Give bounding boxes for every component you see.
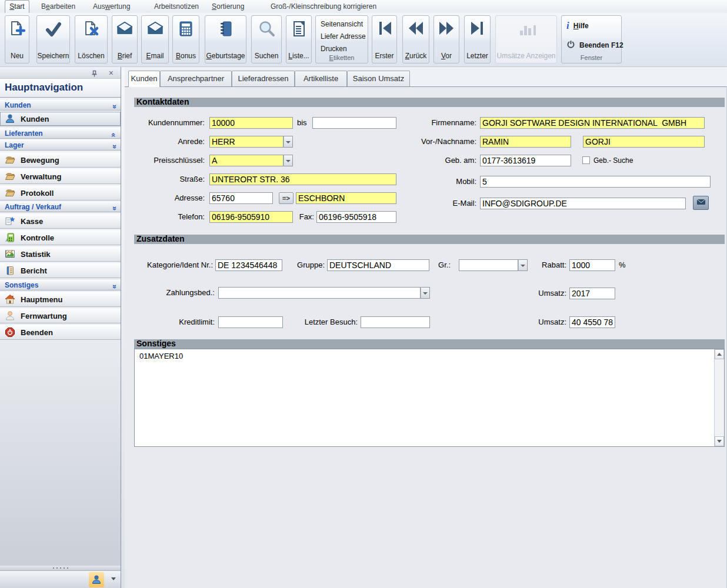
geb-am-input[interactable]	[480, 155, 571, 166]
vorname-input[interactable]	[480, 136, 571, 148]
menu-bearbeiten[interactable]: Bearbeiten	[41, 0, 75, 13]
ort-input[interactable]	[296, 192, 396, 204]
vor-button[interactable]: Vor	[433, 15, 459, 64]
sidebar-item-bewegung[interactable]: Bewegung	[0, 152, 121, 168]
tab-ansprechpartner[interactable]: Ansprechpartner	[160, 71, 232, 86]
neu-button[interactable]: Neu	[5, 15, 29, 64]
umsatz-jahr-input[interactable]	[569, 288, 615, 299]
kunden-shortcut-button[interactable]	[89, 572, 104, 587]
letzter-button[interactable]: Letzter	[464, 15, 491, 64]
zahlungsbed-combo[interactable]	[218, 287, 421, 299]
menu-bar: Start Bearbeiten Auswertung Arbeitsnotiz…	[0, 0, 727, 14]
umsatz-betrag-input[interactable]	[569, 316, 615, 328]
gr-combo[interactable]	[459, 259, 518, 271]
nachname-input[interactable]	[583, 136, 705, 148]
memo-scrollbar[interactable]	[714, 349, 724, 446]
brief-button[interactable]: Brief	[112, 15, 138, 64]
sidebar-splitter[interactable]	[0, 566, 121, 570]
mobil-label: Mobil:	[406, 176, 476, 188]
letzter-besuch-label: Letzter Besuch:	[294, 316, 358, 328]
tab-lieferadressen[interactable]: Lieferadressen	[232, 71, 295, 86]
sidebar-item-hauptmenu[interactable]: Hauptmenu	[0, 292, 121, 307]
firmenname-label: Firmenname:	[406, 117, 476, 129]
scroll-up-button[interactable]	[715, 349, 724, 359]
zurueck-button[interactable]: Zurück	[402, 15, 429, 64]
geb-suche-label: Geb.- Suche	[593, 156, 633, 165]
suchen-button[interactable]: Suchen	[251, 15, 282, 64]
menu-gross-klein[interactable]: Groß-/Kleinschreibung korrigieren	[271, 0, 376, 13]
anrede-dropdown-arrow[interactable]	[284, 136, 293, 148]
sidebar-section-lieferanten[interactable]: Lieferanten «	[0, 128, 121, 139]
person-blue-icon	[5, 113, 15, 124]
sidebar-section-lager[interactable]: Lager «	[0, 140, 121, 151]
close-icon[interactable]: ×	[109, 67, 114, 79]
kundennummer-bis-input[interactable]	[312, 117, 396, 129]
send-email-button[interactable]	[693, 196, 709, 210]
sidebar-item-beenden[interactable]: Beenden	[0, 325, 121, 340]
geburtstage-button[interactable]: Geburtstage	[205, 15, 246, 64]
telefon-input[interactable]	[209, 211, 293, 223]
chevron-down-icon[interactable]	[111, 577, 116, 580]
drag-handle-dots	[53, 567, 54, 569]
power-red-icon	[5, 327, 15, 338]
erster-button[interactable]: Erster	[372, 15, 397, 64]
sidebar-item-fernwartung[interactable]: Fernwartung	[0, 308, 121, 323]
firmenname-input[interactable]	[480, 117, 705, 129]
plz-zu-ort-button[interactable]: =>	[279, 192, 294, 204]
first-record-icon	[376, 20, 393, 39]
gruppe-input[interactable]	[327, 259, 429, 271]
letzter-besuch-input[interactable]	[361, 316, 430, 328]
plz-input[interactable]	[209, 192, 273, 204]
email-button[interactable]: Email	[141, 15, 169, 64]
gr-dropdown-arrow[interactable]	[518, 259, 528, 271]
envelope-icon	[146, 20, 164, 39]
preisschluessel-combo[interactable]	[209, 155, 284, 166]
geb-suche-checkbox[interactable]	[582, 156, 590, 164]
kreditlimit-input[interactable]	[218, 316, 283, 328]
sidebar-item-statistik[interactable]: Statistik	[0, 246, 121, 262]
previous-record-icon	[407, 20, 425, 39]
chevron-up-icon: «	[109, 206, 119, 211]
sheet-star-icon	[5, 216, 15, 226]
sidebar-item-kunden[interactable]: Kunden	[0, 111, 121, 126]
kundennummer-input[interactable]	[209, 117, 293, 129]
tab-artikelliste[interactable]: Artikelliste	[295, 71, 347, 86]
sonstiges-textarea[interactable]: 01MAYER10	[134, 349, 725, 447]
sidebar-item-verwaltung[interactable]: Verwaltung	[0, 169, 121, 184]
sidebar-item-bericht[interactable]: Bericht	[0, 263, 121, 278]
sidebar-section-auftrag-verkauf[interactable]: Auftrag / Verkauf «	[0, 202, 121, 212]
sidebar-section-sonstiges[interactable]: Sonstiges «	[0, 280, 121, 290]
sidebar-section-kunden[interactable]: Kunden «	[0, 100, 121, 111]
sidebar-item-kontrolle[interactable]: Kontrolle	[0, 230, 121, 245]
anrede-combo[interactable]	[209, 136, 284, 148]
preisschluessel-dropdown-arrow[interactable]	[284, 155, 293, 166]
chart-icon	[5, 249, 15, 259]
menu-start[interactable]: Start	[5, 0, 29, 13]
rabatt-input[interactable]	[569, 259, 615, 271]
menu-arbeitsnotizen[interactable]: Arbeitsnotizen	[154, 0, 199, 13]
menu-auswertung[interactable]: Auswertung	[93, 0, 130, 13]
seitenansicht-button[interactable]: Seitenansicht	[321, 20, 363, 28]
scroll-down-button[interactable]	[715, 436, 724, 446]
liefer-adresse-button[interactable]: Liefer Adresse	[321, 32, 366, 41]
fax-input[interactable]	[316, 211, 396, 223]
strasse-input[interactable]	[209, 173, 396, 185]
loeschen-button[interactable]: Löschen	[75, 15, 108, 64]
sidebar-item-kasse[interactable]: Kasse	[0, 213, 121, 229]
menu-sortierung[interactable]: Sortierung	[212, 0, 244, 13]
zahlungsbed-dropdown-arrow[interactable]	[421, 287, 430, 299]
beenden-f12-button[interactable]: Beenden F12	[566, 39, 623, 51]
bonus-button[interactable]: Bonus	[172, 15, 199, 64]
email-input[interactable]	[480, 198, 686, 209]
mobil-input[interactable]	[480, 176, 711, 188]
sidebar-item-protokoll[interactable]: Protokoll	[0, 185, 121, 201]
sonstiges-text: 01MAYER10	[139, 352, 183, 360]
house-icon	[5, 294, 15, 305]
tab-saison-umsatz[interactable]: Saison Umsatz	[347, 71, 410, 86]
hilfe-button[interactable]: i Hilfe	[566, 22, 589, 30]
speichern-button[interactable]: Speichern	[36, 15, 70, 64]
tab-kunden[interactable]: Kunden	[128, 71, 160, 87]
list-document-icon	[290, 20, 308, 40]
liste-button[interactable]: Liste...	[286, 15, 312, 64]
drucken-button[interactable]: Drucken	[321, 45, 347, 53]
